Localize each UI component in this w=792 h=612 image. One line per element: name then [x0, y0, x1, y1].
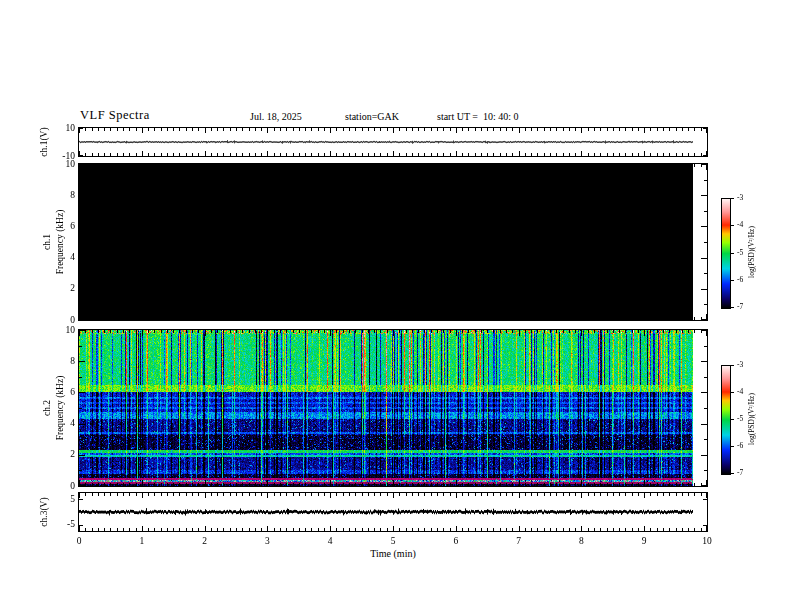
x-major-tick: [644, 480, 645, 486]
x-minor-tick: [173, 330, 174, 333]
y-tick-label: -5: [40, 519, 75, 530]
x-minor-tick: [563, 317, 564, 320]
x-minor-tick: [424, 483, 425, 486]
x-minor-tick: [688, 153, 689, 156]
x-minor-tick: [468, 153, 469, 156]
x-minor-tick: [682, 330, 683, 333]
x-major-tick: [581, 164, 582, 170]
x-major-tick: [267, 526, 268, 531]
y-minor-tick: [704, 346, 707, 347]
x-minor-tick: [336, 493, 337, 496]
x-minor-tick: [123, 128, 124, 131]
x-minor-tick: [374, 483, 375, 486]
x-minor-tick: [399, 153, 400, 156]
x-minor-tick: [676, 483, 677, 486]
y-major-tick: [701, 164, 707, 165]
x-minor-tick: [544, 317, 545, 320]
x-minor-tick: [487, 164, 488, 167]
y-major-tick: [79, 499, 83, 500]
x-minor-tick: [92, 153, 93, 156]
x-minor-tick: [349, 528, 350, 531]
x-minor-tick: [468, 164, 469, 167]
colorbar-tick: [731, 280, 734, 281]
x-minor-tick: [255, 128, 256, 131]
x-minor-tick: [493, 483, 494, 486]
x-minor-tick: [274, 330, 275, 333]
y-major-tick: [703, 525, 707, 526]
x-minor-tick: [594, 330, 595, 333]
x-minor-tick: [600, 164, 601, 167]
x-minor-tick: [286, 528, 287, 531]
x-minor-tick: [613, 153, 614, 156]
x-minor-tick: [431, 330, 432, 333]
x-minor-tick: [368, 330, 369, 333]
x-minor-tick: [657, 153, 658, 156]
x-minor-tick: [117, 317, 118, 320]
x-major-tick: [142, 164, 143, 170]
x-minor-tick: [305, 317, 306, 320]
y-minor-tick: [79, 242, 82, 243]
x-minor-tick: [161, 528, 162, 531]
x-minor-tick: [355, 317, 356, 320]
x-major-tick: [519, 314, 520, 320]
x-minor-tick: [701, 493, 702, 496]
x-minor-tick: [531, 164, 532, 167]
x-minor-tick: [104, 128, 105, 131]
x-major-tick: [519, 480, 520, 486]
y-minor-tick: [704, 242, 707, 243]
x-tick-label: 7: [507, 536, 531, 546]
x-major-tick: [393, 164, 394, 170]
x-major-tick: [142, 330, 143, 336]
y-major-tick: [701, 361, 707, 362]
x-major-tick: [456, 493, 457, 498]
x-minor-tick: [362, 330, 363, 333]
x-minor-tick: [230, 317, 231, 320]
x-minor-tick: [374, 317, 375, 320]
x-minor-tick: [242, 128, 243, 131]
x-minor-tick: [136, 330, 137, 333]
x-minor-tick: [619, 317, 620, 320]
x-major-tick: [519, 151, 520, 156]
spec1-frequency-ylabel: Frequency (kHz): [55, 210, 65, 275]
x-minor-tick: [594, 164, 595, 167]
x-minor-tick: [198, 493, 199, 496]
ch1-colorbar-label: log(PSD)(V²/Hz): [747, 226, 756, 278]
x-minor-tick: [418, 164, 419, 167]
x-minor-tick: [418, 128, 419, 131]
y-tick-label: 6: [40, 221, 75, 232]
x-minor-tick: [688, 493, 689, 496]
x-minor-tick: [650, 128, 651, 131]
x-minor-tick: [544, 493, 545, 496]
x-minor-tick: [450, 153, 451, 156]
x-minor-tick: [98, 317, 99, 320]
y-tick-label: 4: [40, 252, 75, 263]
x-minor-tick: [412, 493, 413, 496]
x-minor-tick: [512, 330, 513, 333]
x-minor-tick: [424, 153, 425, 156]
x-minor-tick: [274, 317, 275, 320]
x-minor-tick: [299, 164, 300, 167]
x-minor-tick: [663, 153, 664, 156]
x-minor-tick: [92, 493, 93, 496]
x-minor-tick: [223, 493, 224, 496]
x-minor-tick: [299, 483, 300, 486]
x-minor-tick: [694, 153, 695, 156]
x-minor-tick: [129, 493, 130, 496]
x-minor-tick: [286, 153, 287, 156]
x-minor-tick: [198, 164, 199, 167]
y-tick-label: 8: [40, 356, 75, 367]
x-minor-tick: [676, 317, 677, 320]
x-minor-tick: [261, 528, 262, 531]
x-minor-tick: [368, 493, 369, 496]
x-minor-tick: [286, 317, 287, 320]
y-major-tick: [79, 289, 85, 290]
x-minor-tick: [368, 483, 369, 486]
y-minor-tick: [79, 304, 82, 305]
x-minor-tick: [154, 528, 155, 531]
x-minor-tick: [110, 493, 111, 496]
x-minor-tick: [242, 528, 243, 531]
x-minor-tick: [638, 317, 639, 320]
x-minor-tick: [399, 317, 400, 320]
x-minor-tick: [556, 493, 557, 496]
x-minor-tick: [211, 483, 212, 486]
